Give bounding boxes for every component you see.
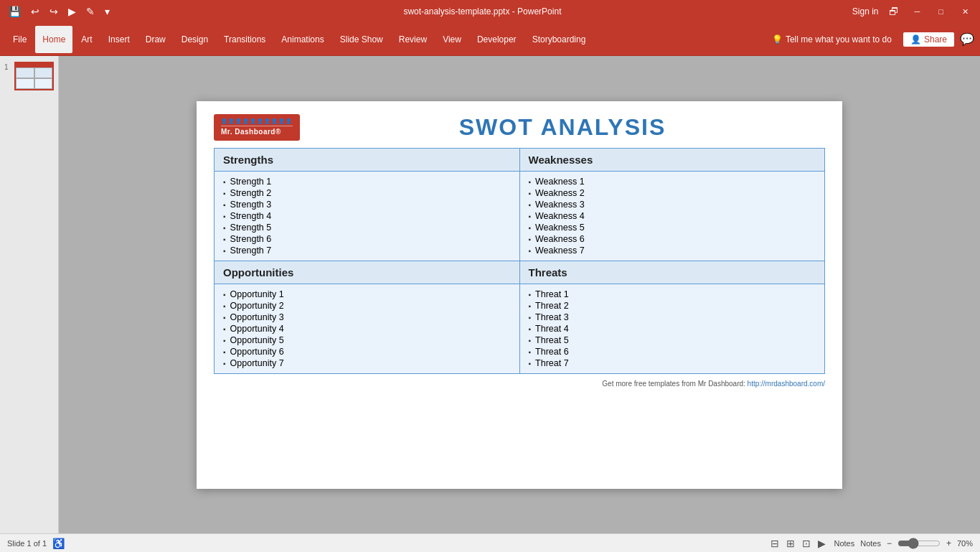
strengths-content: Strength 1 Strength 2 Strength 3 Strengt… xyxy=(215,172,519,261)
notes-button[interactable]: Notes xyxy=(834,539,854,548)
canvas-area[interactable]: 👤👤👤👤👤👤👤👤👤👤 Mr. Dashboard® SWOT ANALYSIS … xyxy=(59,56,980,533)
share-button[interactable]: 👤 Share xyxy=(903,32,954,47)
weaknesses-header-cell: Weaknesses Weakness 1 Weakness 2 Weaknes… xyxy=(519,148,825,261)
weaknesses-content: Weakness 1 Weakness 2 Weakness 3 Weaknes… xyxy=(520,172,825,261)
threats-header: Threats xyxy=(520,261,825,284)
maximize-button[interactable]: □ xyxy=(933,6,949,17)
zoom-out-icon[interactable]: − xyxy=(887,538,892,548)
person-icon: 👤 xyxy=(910,34,921,45)
tab-art[interactable]: Art xyxy=(74,26,99,53)
accessibility-icon[interactable]: ♿ xyxy=(52,538,65,549)
opportunity-6: Opportunity 6 xyxy=(223,346,511,357)
threats-list: Threat 1 Threat 2 Threat 3 Threat 4 Thre… xyxy=(529,289,816,369)
comment-icon[interactable]: 💬 xyxy=(960,32,974,46)
opportunity-7: Opportunity 7 xyxy=(223,357,511,369)
opportunity-4: Opportunity 4 xyxy=(223,323,511,335)
opportunity-2: Opportunity 2 xyxy=(223,300,511,312)
weaknesses-list: Weakness 1 Weakness 2 Weakness 3 Weaknes… xyxy=(529,176,816,256)
slide-panel: 1 xyxy=(0,56,59,533)
threat-4: Threat 4 xyxy=(529,323,816,335)
signin-button[interactable]: Sign in xyxy=(852,6,879,17)
strength-7: Strength 7 xyxy=(223,245,511,256)
customize-icon[interactable]: ✎ xyxy=(83,4,98,19)
threat-7: Threat 7 xyxy=(529,357,816,369)
zoom-level[interactable]: 70% xyxy=(957,539,973,548)
slide-header: 👤👤👤👤👤👤👤👤👤👤 Mr. Dashboard® SWOT ANALYSIS xyxy=(197,101,842,148)
zoom-in-icon[interactable]: + xyxy=(946,538,951,548)
slideshow-button[interactable]: ▶ xyxy=(816,537,828,550)
normal-view-button[interactable]: ⊟ xyxy=(768,537,781,550)
footer-link[interactable]: http://mrdashboard.com/ xyxy=(748,380,825,388)
dropdown-icon[interactable]: ▾ xyxy=(102,4,113,19)
threat-6: Threat 6 xyxy=(529,346,816,357)
title-bar: 💾 ↩ ↪ ▶ ✎ ▾ swot-analysis-template.pptx … xyxy=(0,0,980,23)
save-icon[interactable]: 💾 xyxy=(6,4,24,19)
threat-2: Threat 2 xyxy=(529,300,816,312)
weakness-2: Weakness 2 xyxy=(529,187,816,199)
slide-thumbnail-1[interactable] xyxy=(14,62,54,90)
threats-header-cell: Threats Threat 1 Threat 2 Threat 3 Threa… xyxy=(519,261,825,373)
opportunity-5: Opportunity 5 xyxy=(223,335,511,346)
share-label: Share xyxy=(924,34,947,45)
strength-2: Strength 2 xyxy=(223,187,511,199)
undo-icon[interactable]: ↩ xyxy=(28,4,42,19)
redo-icon[interactable]: ↪ xyxy=(47,4,61,19)
minimize-button[interactable]: ─ xyxy=(909,6,926,17)
tab-animations[interactable]: Animations xyxy=(274,26,331,53)
tab-file[interactable]: File xyxy=(6,26,34,53)
opportunity-1: Opportunity 1 xyxy=(223,289,511,300)
tab-review[interactable]: Review xyxy=(392,26,434,53)
title-bar-left: 💾 ↩ ↪ ▶ ✎ ▾ xyxy=(6,4,113,19)
zoom-slider[interactable] xyxy=(897,538,941,549)
swot-lower-row: Opportunities Opportunity 1 Opportunity … xyxy=(215,261,825,373)
status-right: ⊟ ⊞ ⊡ ▶ Notes Notes − + 70% xyxy=(768,537,973,550)
tab-storyboarding[interactable]: Storyboarding xyxy=(525,26,593,53)
strength-4: Strength 4 xyxy=(223,210,511,222)
tab-draw[interactable]: Draw xyxy=(138,26,173,53)
reading-view-button[interactable]: ⊡ xyxy=(800,537,813,550)
swot-table: Strengths Strength 1 Strength 2 Strength… xyxy=(214,148,825,374)
ribbon-right: 💡 Tell me what you want to do 👤 Share 💬 xyxy=(766,32,974,47)
present-icon[interactable]: ▶ xyxy=(65,4,79,19)
view-icons: ⊟ ⊞ ⊡ ▶ xyxy=(768,537,828,550)
weakness-4: Weakness 4 xyxy=(529,210,816,222)
tab-slideshow[interactable]: Slide Show xyxy=(333,26,390,53)
opportunities-header-cell: Opportunities Opportunity 1 Opportunity … xyxy=(215,261,520,373)
opportunities-list: Opportunity 1 Opportunity 2 Opportunity … xyxy=(223,289,511,369)
swot-header-row: Strengths Strength 1 Strength 2 Strength… xyxy=(215,148,825,261)
weakness-5: Weakness 5 xyxy=(529,222,816,233)
logo-icons: 👤👤👤👤👤👤👤👤👤👤 xyxy=(221,118,293,124)
weaknesses-header: Weaknesses xyxy=(520,149,825,172)
tab-design[interactable]: Design xyxy=(174,26,215,53)
restore-icon[interactable]: 🗗 xyxy=(886,4,902,19)
status-bar: Slide 1 of 1 ♿ ⊟ ⊞ ⊡ ▶ Notes Notes − + 7… xyxy=(0,533,980,552)
tab-view[interactable]: View xyxy=(435,26,468,53)
notes-label[interactable]: Notes xyxy=(860,539,881,548)
tell-me-input[interactable]: 💡 Tell me what you want to do xyxy=(766,32,897,47)
strength-1: Strength 1 xyxy=(223,176,511,187)
window-title: swot-analysis-template.pptx - PowerPoint xyxy=(113,6,852,17)
opportunity-3: Opportunity 3 xyxy=(223,312,511,323)
opportunities-header: Opportunities xyxy=(215,261,519,284)
weakness-6: Weakness 6 xyxy=(529,233,816,245)
slide-number-label: 1 xyxy=(4,62,11,71)
slide[interactable]: 👤👤👤👤👤👤👤👤👤👤 Mr. Dashboard® SWOT ANALYSIS … xyxy=(197,101,842,489)
lightbulb-icon: 💡 xyxy=(772,34,783,45)
tab-insert[interactable]: Insert xyxy=(101,26,137,53)
tell-me-text[interactable]: Tell me what you want to do xyxy=(786,34,892,45)
slide-sorter-button[interactable]: ⊞ xyxy=(784,537,797,550)
slide-footer: Get more free templates from Mr Dashboar… xyxy=(197,374,842,388)
strengths-list: Strength 1 Strength 2 Strength 3 Strengt… xyxy=(223,176,511,256)
slide-info: Slide 1 of 1 xyxy=(7,539,47,548)
close-button[interactable]: ✕ xyxy=(956,6,974,18)
tab-transitions[interactable]: Transitions xyxy=(217,26,273,53)
logo: 👤👤👤👤👤👤👤👤👤👤 Mr. Dashboard® xyxy=(214,114,300,141)
strength-6: Strength 6 xyxy=(223,233,511,245)
weakness-7: Weakness 7 xyxy=(529,245,816,256)
threat-5: Threat 5 xyxy=(529,335,816,346)
main-area: 1 👤👤👤👤👤👤👤👤👤👤 Mr. Dash xyxy=(0,56,980,533)
strength-3: Strength 3 xyxy=(223,199,511,210)
tab-home[interactable]: Home xyxy=(35,26,72,53)
strengths-header: Strengths xyxy=(215,149,519,172)
tab-developer[interactable]: Developer xyxy=(470,26,524,53)
